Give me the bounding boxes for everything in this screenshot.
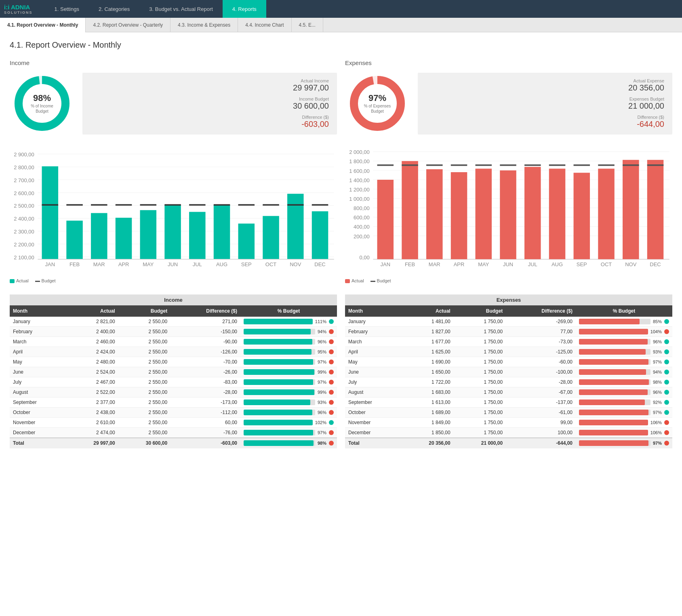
cell-pct: 97% — [576, 357, 672, 367]
svg-text:2 800,00: 2 800,00 — [14, 164, 34, 170]
svg-text:NOV: NOV — [625, 261, 637, 267]
exp-col-pct: % Budget — [576, 305, 672, 317]
cell-budget: 1 750,00 — [454, 387, 506, 397]
cell-diff: -61,00 — [506, 408, 576, 418]
cell-pct: 95% — [240, 347, 337, 357]
income-col: Income 98% % of IncomeBudget Actual Inco… — [10, 59, 337, 448]
cell-month: November — [345, 418, 401, 428]
cell-budget: 1 750,00 — [454, 418, 506, 428]
svg-rect-101 — [647, 160, 663, 259]
cell-diff: 100,00 — [506, 428, 576, 438]
svg-text:400,00: 400,00 — [354, 224, 370, 230]
svg-rect-40 — [312, 211, 328, 259]
expenses-chart: 2 000,00 1 800,00 1 600,00 1 400,00 1 20… — [345, 147, 672, 283]
cell-diff: -126,00 — [170, 347, 240, 357]
page-title: 4.1. Report Overview - Monthly — [10, 40, 672, 50]
cell-budget: 1 750,00 — [454, 347, 506, 357]
svg-text:2 100,00: 2 100,00 — [14, 254, 34, 261]
cell-pct: 97% — [576, 408, 672, 418]
expenses-section-label: Expenses — [345, 59, 672, 66]
svg-rect-87 — [476, 169, 492, 259]
svg-point-1 — [19, 80, 65, 127]
sub-nav-more[interactable]: 4.5. E... — [292, 18, 323, 32]
nav-budget-actual[interactable]: 3. Budget vs. Actual Report — [139, 0, 223, 18]
cell-diff: -26,00 — [170, 367, 240, 377]
expenses-table-title: Expenses — [345, 294, 672, 305]
income-bar-chart-svg: 2 900,00 2 800,00 2 700,00 2 600,00 2 50… — [10, 147, 337, 275]
cell-budget: 1 750,00 — [454, 317, 506, 327]
cell-month: November — [10, 418, 66, 428]
cell-total-month: Total — [10, 438, 66, 448]
sub-nav-monthly[interactable]: 4.1. Report Overview - Monthly — [0, 18, 86, 32]
cell-month: September — [10, 397, 66, 408]
sub-nav-income-expenses[interactable]: 4.3. Income & Expenses — [170, 18, 238, 32]
cell-actual: 2 377,00 — [66, 397, 118, 408]
cell-month: June — [10, 367, 66, 377]
cell-budget: 1 750,00 — [454, 408, 506, 418]
cell-diff: -28,00 — [170, 387, 240, 397]
cell-month: May — [10, 357, 66, 367]
cell-diff: -60,00 — [506, 357, 576, 367]
income-col-pct: % Budget — [240, 305, 337, 317]
cell-diff: 77,00 — [506, 327, 576, 337]
table-row: December 2 474,00 2 550,00 -76,00 97% — [10, 428, 337, 438]
cell-actual: 2 821,00 — [66, 317, 118, 327]
svg-rect-89 — [500, 170, 516, 259]
svg-rect-83 — [426, 169, 442, 259]
table-row: March 2 460,00 2 550,00 -90,00 96% — [10, 337, 337, 347]
income-chart-legend: Actual Budget — [10, 278, 337, 283]
cell-pct: 94% — [240, 327, 337, 337]
income-chart: 2 900,00 2 800,00 2 700,00 2 600,00 2 50… — [10, 147, 337, 283]
cell-total-actual: 20 356,00 — [401, 438, 453, 448]
income-actual-value: 29 997,00 — [91, 83, 329, 93]
cell-diff: -73,00 — [506, 337, 576, 347]
expenses-gauge-row: 97% % of ExpensesBudget Actual Expense 2… — [345, 71, 672, 136]
nav-settings[interactable]: 1. Settings — [45, 0, 89, 18]
svg-text:2 000,00: 2 000,00 — [349, 149, 370, 155]
sub-nav-income-chart[interactable]: 4.4. Income Chart — [238, 18, 291, 32]
svg-rect-93 — [549, 169, 565, 259]
cell-month: October — [345, 408, 401, 418]
income-budget-label: Income Budget — [91, 97, 329, 101]
cell-actual: 2 610,00 — [66, 418, 118, 428]
cell-budget: 1 750,00 — [454, 367, 506, 377]
table-total-row: Total 20 356,00 21 000,00 -644,00 97% — [345, 438, 672, 448]
bar-income-jan — [42, 166, 58, 259]
cell-pct: 93% — [576, 347, 672, 357]
svg-text:800,00: 800,00 — [354, 205, 370, 211]
expense-actual-value: 20 356,00 — [426, 83, 664, 93]
table-row: June 2 524,00 2 550,00 -26,00 99% — [10, 367, 337, 377]
cell-month: December — [345, 428, 401, 438]
income-donut: 98% % of IncomeBudget — [10, 71, 74, 136]
cell-actual: 1 690,00 — [401, 357, 453, 367]
nav-reports[interactable]: 4. Reports — [223, 0, 266, 18]
cell-diff: -28,00 — [506, 377, 576, 387]
svg-rect-97 — [598, 169, 614, 259]
expenses-col: Expenses 97% % of ExpensesBudget Actual … — [345, 59, 672, 448]
cell-total-diff: -603,00 — [170, 438, 240, 448]
table-row: October 2 438,00 2 550,00 -112,00 96% — [10, 408, 337, 418]
svg-text:JUN: JUN — [168, 261, 178, 267]
svg-rect-38 — [287, 194, 303, 259]
cell-budget: 2 550,00 — [118, 357, 170, 367]
cell-budget: 2 550,00 — [118, 387, 170, 397]
cell-budget: 1 750,00 — [454, 397, 506, 408]
expenses-table: Expenses Month Actual Budget Difference … — [345, 294, 672, 448]
nav-categories[interactable]: 2. Categories — [89, 0, 139, 18]
table-row: August 2 522,00 2 550,00 -28,00 99% — [10, 387, 337, 397]
svg-point-56 — [354, 80, 401, 127]
table-row: February 1 827,00 1 750,00 77,00 104% — [345, 327, 672, 337]
cell-actual: 1 683,00 — [401, 387, 453, 397]
cell-total-diff: -644,00 — [506, 438, 576, 448]
svg-text:JUL: JUL — [528, 261, 537, 267]
svg-text:JAN: JAN — [45, 261, 55, 267]
cell-budget: 2 550,00 — [118, 347, 170, 357]
sub-nav-quarterly[interactable]: 4.2. Report Overview - Quarterly — [86, 18, 170, 32]
cell-diff: -150,00 — [170, 327, 240, 337]
cell-month: August — [10, 387, 66, 397]
cell-actual: 1 722,00 — [401, 377, 453, 387]
table-row: September 1 613,00 1 750,00 -137,00 92% — [345, 397, 672, 408]
cell-pct: 106% — [576, 428, 672, 438]
cell-diff: -67,00 — [506, 387, 576, 397]
cell-actual: 1 481,00 — [401, 317, 453, 327]
